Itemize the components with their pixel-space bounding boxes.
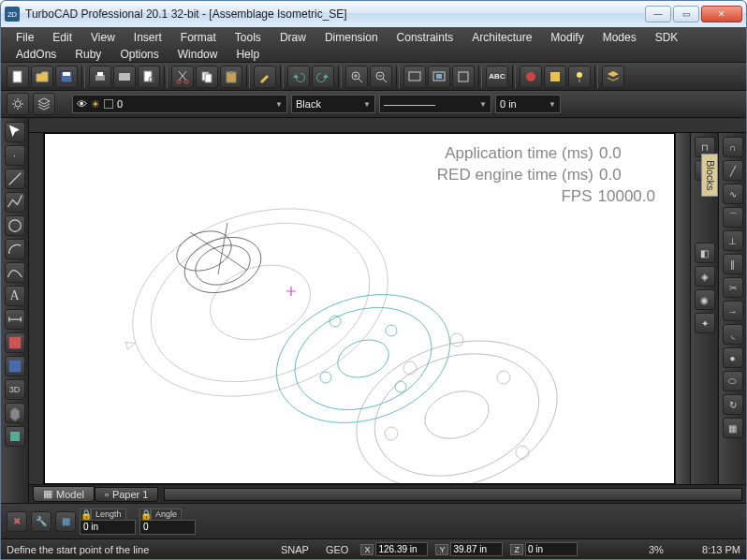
plot-icon[interactable] [113,66,136,88]
drawing-canvas[interactable]: Application time (ms)0.0 RED engine time… [44,133,675,484]
cut-icon[interactable] [171,66,194,88]
revolve-icon[interactable]: ↻ [723,394,743,415]
menu-ruby[interactable]: Ruby [66,46,110,63]
trim-icon[interactable]: ✂ [723,277,743,298]
zoom-percent[interactable]: 3% [649,544,686,555]
horseshoe-icon[interactable]: ∩ [723,137,743,157]
menu-edit[interactable]: Edit [43,29,81,46]
y-input[interactable] [450,542,503,556]
sphere-icon[interactable]: ● [723,347,743,368]
menu-modes[interactable]: Modes [593,29,646,46]
snap-line-icon[interactable]: ╱ [723,160,743,181]
offset-icon[interactable]: ‖ [723,254,743,274]
snap-toggle[interactable]: SNAP [276,542,314,557]
palette-props-icon[interactable]: ◧ [695,243,715,263]
palette-camera-icon[interactable]: ◉ [695,289,715,310]
paste-icon[interactable] [220,66,242,88]
save-icon[interactable] [55,66,78,88]
redo-icon[interactable] [312,66,334,88]
hatch-icon[interactable] [5,332,25,353]
angle-input[interactable] [139,520,196,535]
menu-file[interactable]: File [7,29,43,46]
cylinder-icon[interactable]: ⬭ [723,371,743,391]
scrollbar-horizontal[interactable] [164,488,742,501]
menu-draw[interactable]: Draw [271,29,315,46]
open-icon[interactable] [31,66,53,88]
snap-spline-icon[interactable]: ∿ [723,184,743,204]
minimize-button[interactable]: — [645,6,671,22]
copy-icon[interactable] [196,66,218,88]
select-icon[interactable] [5,122,25,142]
spell-icon[interactable]: ABC [486,66,508,88]
brush-icon[interactable] [254,66,276,88]
lineweight-combo[interactable]: 0 in ▼ [495,95,561,113]
menu-options[interactable]: Options [110,46,168,63]
snap-tangent-icon[interactable]: ⌒ [723,207,743,228]
zoom-window-icon[interactable] [403,66,426,88]
snap-perp-icon[interactable]: ⊥ [723,230,743,251]
lock-icon[interactable]: 🔒 [139,508,151,520]
menu-view[interactable]: View [81,29,124,46]
zoom-out-icon[interactable] [370,66,392,88]
print-icon[interactable] [89,66,111,88]
x-input[interactable] [375,542,428,556]
maximize-button[interactable]: ▭ [673,6,699,22]
zoom-in-icon[interactable] [345,66,368,88]
named-views-icon[interactable] [452,66,475,88]
menu-architecture[interactable]: Architecture [462,29,541,46]
block-icon[interactable] [5,356,25,376]
inspector-wrench-icon[interactable]: 🔧 [31,511,51,532]
extend-icon[interactable]: → [723,301,743,321]
menu-addons[interactable]: AddOns [7,46,66,63]
color-combo[interactable]: Black ▼ [291,95,375,113]
layer-stack-icon[interactable] [33,93,55,115]
zoom-extents-icon[interactable] [428,66,450,88]
line-icon[interactable] [5,169,25,189]
menu-tools[interactable]: Tools [226,29,271,46]
scrollbar-vertical[interactable] [675,133,690,484]
length-input[interactable] [80,520,136,535]
palette-style-icon[interactable]: ◈ [695,266,715,287]
3d-icon[interactable]: 3D [5,379,25,400]
menu-insert[interactable]: Insert [124,29,171,46]
palette-render-icon[interactable]: ✦ [695,313,715,333]
linetype-combo[interactable]: ————— ▼ [379,95,491,113]
curve-icon[interactable] [5,262,25,283]
menu-help[interactable]: Help [227,46,269,63]
mesh-icon[interactable]: ▦ [723,418,743,438]
part-icon[interactable] [5,426,25,447]
layer-combo[interactable]: 👁 ☀ 0 ▼ [72,95,287,113]
menu-modify[interactable]: Modify [541,29,593,46]
text-icon[interactable]: A [5,286,25,306]
inspector-cancel-icon[interactable]: ✖ [7,511,27,532]
menu-dimension[interactable]: Dimension [315,29,388,46]
tab-model[interactable]: ▦Model [33,486,95,502]
lock-icon[interactable]: 🔒 [80,508,91,520]
layer-manager-icon[interactable] [602,66,624,88]
menu-window[interactable]: Window [168,46,227,63]
tab-paper-1[interactable]: ▫Paper 1 [95,487,158,502]
print-preview-icon[interactable] [138,66,160,88]
dimension-icon[interactable] [5,309,25,330]
menu-sdk[interactable]: SDK [646,29,688,46]
gear-icon[interactable] [7,93,29,115]
blocks-tab[interactable]: Blocks [701,154,718,197]
polyline-icon[interactable] [5,192,25,213]
menu-constraints[interactable]: Constraints [388,29,463,46]
render-icon[interactable] [520,66,542,88]
menu-format[interactable]: Format [171,29,226,46]
fillet-icon[interactable]: ◟ [723,324,743,345]
z-input[interactable] [525,542,578,556]
inspector-grid-icon[interactable]: ▦ [55,511,76,532]
circle-icon[interactable] [5,215,25,236]
arc-icon[interactable] [5,239,25,259]
geo-toggle[interactable]: GEO [321,542,353,557]
new-icon[interactable] [7,66,29,88]
close-button[interactable]: ✕ [701,6,742,22]
undo-icon[interactable] [287,66,310,88]
svg-point-39 [320,372,331,383]
solid-icon[interactable] [5,403,25,423]
materials-icon[interactable] [544,66,566,88]
lights-icon[interactable] [568,66,591,88]
point-icon[interactable]: · [5,145,25,166]
